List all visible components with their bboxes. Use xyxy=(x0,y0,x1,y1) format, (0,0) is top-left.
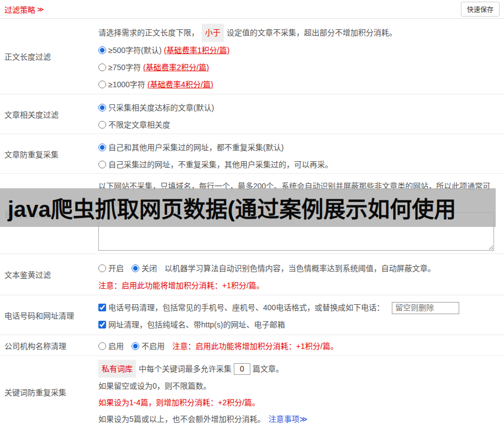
length-option-500[interactable]: ≥500字符(默认)(基础费率1积分/篇) xyxy=(98,42,500,59)
company-clean-off-radio[interactable] xyxy=(132,342,139,350)
keyword-limit-text-after: 篇文章。 xyxy=(253,364,284,373)
company-clean-note: 注意：启用此功能将增加积分消耗：+1积分/篇。 xyxy=(172,342,338,351)
relevance-option-any-radio[interactable] xyxy=(98,121,106,129)
row-content-length-filter: 正文长度过滤 请选择需求的正文长度下限，小于设定值的文章不采集，超出部分不增加积… xyxy=(0,19,504,94)
phone-clean-checkbox[interactable] xyxy=(98,304,106,311)
phone-clean-checkbox-label[interactable]: 电话号码清理，包括常见的手机号、座机号、400电话格式，或替换成如下电话： xyxy=(98,303,386,312)
row-dedup-filter: 文章防重复采集 自己和其他用户采集过的网址，都不重复采集(默认) 自己采集过的网… xyxy=(0,134,504,174)
replacement-phone-input[interactable] xyxy=(392,302,459,314)
row-porn-filter: 文本鉴黄过滤 开启 关闭 以机器学习算法自动识别色情内容，当色情概率达到系统阈值… xyxy=(0,254,504,295)
row-label-keyword-limit: 关键词防重复采集 xyxy=(0,356,98,424)
notice-link[interactable]: 注意事项≫ xyxy=(269,415,308,423)
length-option-1000-fee: (基础费率4积分/篇) xyxy=(148,80,213,89)
company-clean-option-off[interactable]: 不启用 xyxy=(132,342,167,351)
keyword-limit-fee-hint: 如果设为1-4篇，则增加积分消耗：+2积分/篇。 xyxy=(98,394,500,411)
filter-strategy-page: 过滤策略 ≫ 快速保存 正文长度过滤 请选择需求的正文长度下限，小于设定值的文章… xyxy=(0,0,504,424)
page-title: 过滤策略 ≫ xyxy=(4,4,44,15)
relevance-option-strict-radio[interactable] xyxy=(98,104,106,112)
row-label-dedup: 文章防重复采集 xyxy=(0,134,98,173)
length-option-750[interactable]: ≥750字符(基础费率2积分/篇) xyxy=(98,59,500,76)
porn-option-on[interactable]: 开启 xyxy=(98,264,126,273)
dedup-option-global-radio[interactable] xyxy=(98,144,106,151)
relevance-option-strict[interactable]: 只采集相关度达标的文章(默认) xyxy=(98,99,500,116)
keyword-limit-text-mid: 中每个关键词最多允许采集 xyxy=(139,364,232,373)
row-company-clean: 公司机构名称清理 启用 不启用 注意：启用此功能将增加积分消耗：+1积分/篇。 xyxy=(0,335,504,356)
row-label-relevance: 文章相关度过滤 xyxy=(0,94,98,134)
porn-filter-desc: 以机器学习算法自动识别色情内容，当色情概率达到系统阈值，自动屏蔽文章。 xyxy=(165,264,435,273)
row-label-phone-url-clean: 电话号码和网址清理 xyxy=(0,295,98,335)
url-clean-checkbox[interactable] xyxy=(98,321,106,328)
row-keyword-limit: 关键词防重复采集 私有词库中每个关键词最多允许采集篇文章。 如果留空或设为0，则… xyxy=(0,356,504,424)
chevron-double-icon[interactable]: ≫ xyxy=(37,6,44,13)
length-option-750-radio[interactable] xyxy=(98,63,106,71)
porn-option-on-radio[interactable] xyxy=(98,264,106,272)
row-label-porn-filter: 文本鉴黄过滤 xyxy=(0,254,98,295)
length-intro-after: 设定值的文章不采集，超出部分不增加积分消耗。 xyxy=(227,28,397,37)
dedup-option-self-radio[interactable] xyxy=(98,161,106,168)
watermark-overlay-banner: java爬虫抓取网页数据(通过案例展示如何使用 xyxy=(0,188,496,227)
porn-option-off-radio[interactable] xyxy=(132,264,139,272)
private-lexicon-tag: 私有词库 xyxy=(98,360,136,378)
length-option-750-fee: (基础费率2积分/篇) xyxy=(143,63,209,72)
length-option-1000-radio[interactable] xyxy=(98,81,106,88)
row-label-content-length: 正文长度过滤 xyxy=(0,19,98,94)
length-option-500-radio[interactable] xyxy=(98,46,106,54)
length-option-500-fee: (基础费率1积分/篇) xyxy=(164,46,229,55)
quick-save-button[interactable]: 快速保存 xyxy=(461,2,500,17)
row-relevance-filter: 文章相关度过滤 只采集相关度达标的文章(默认) 不限定文章相关度 xyxy=(0,94,504,134)
keyword-limit-five-hint: 如果设为5篇或以上，也不会额外增加积分消耗。 xyxy=(98,415,265,423)
row-label-company-clean: 公司机构名称清理 xyxy=(0,335,98,356)
length-option-1000[interactable]: ≥1000字符(基础费率4积分/篇) xyxy=(98,76,500,93)
company-clean-option-on[interactable]: 启用 xyxy=(98,342,126,351)
keyword-limit-zero-hint: 如果留空或设为0，则不限篇数。 xyxy=(98,378,500,394)
length-intro-before: 请选择需求的正文长度下限， xyxy=(98,28,199,37)
row-phone-url-clean: 电话号码和网址清理 电话号码清理，包括常见的手机号、座机号、400电话格式，或替… xyxy=(0,295,504,335)
company-clean-on-radio[interactable] xyxy=(98,342,106,350)
url-clean-checkbox-label[interactable]: 网址清理，包括纯域名、带http(s)的网址、电子邮箱 xyxy=(98,320,285,329)
page-title-text: 过滤策略 xyxy=(4,4,35,15)
porn-option-off[interactable]: 关闭 xyxy=(132,264,159,273)
keyword-limit-count-input[interactable] xyxy=(234,363,250,375)
porn-filter-note: 注意：启用此功能将增加积分消耗：+1积分/篇。 xyxy=(98,277,500,294)
dedup-option-self[interactable]: 自己采集过的网址，不重复采集，其他用户采集过的，可以再采。 xyxy=(98,156,500,173)
page-header: 过滤策略 ≫ 快速保存 xyxy=(0,0,504,19)
less-than-tag: 小于 xyxy=(202,24,224,42)
dedup-option-global[interactable]: 自己和其他用户采集过的网址，都不重复采集(默认) xyxy=(98,139,500,156)
relevance-option-any[interactable]: 不限定文章相关度 xyxy=(98,116,500,134)
length-filter-intro: 请选择需求的正文长度下限，小于设定值的文章不采集，超出部分不增加积分消耗。 xyxy=(98,24,500,42)
